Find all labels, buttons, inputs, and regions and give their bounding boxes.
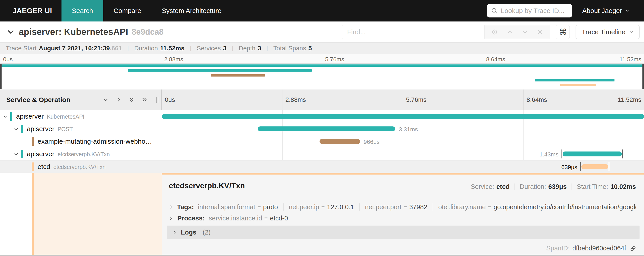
span-row[interactable]: apiserveretcdserverpb.KV/Txn1.43ms — [0, 148, 644, 160]
keyboard-shortcuts-button[interactable]: ⌘ — [556, 25, 570, 39]
summary-value: 3 — [258, 45, 261, 52]
span-end-tick — [609, 162, 609, 171]
chevron-down-icon[interactable] — [3, 114, 8, 119]
process-label: Process: — [177, 215, 205, 222]
span-duration-bar[interactable] — [258, 126, 395, 131]
next-result-chevron-down-icon[interactable] — [522, 29, 528, 35]
clear-find-x-icon[interactable] — [537, 29, 543, 35]
minimap-scrubber-left-handle[interactable] — [0, 64, 2, 89]
span-duration-bar[interactable] — [582, 164, 608, 169]
minimap-canvas[interactable] — [0, 64, 644, 89]
process-accordion[interactable]: Process: service.instance.id=etcd-0 — [168, 213, 636, 223]
summary-label: Duration — [134, 45, 158, 52]
about-jaeger-menu[interactable]: About Jaeger — [582, 0, 630, 22]
span-duration-bar[interactable] — [162, 114, 644, 119]
trace-view-selector[interactable]: Trace Timeline — [576, 25, 640, 39]
span-duration-bar[interactable] — [562, 151, 622, 156]
detail-meta-label: Start Time: — [577, 183, 608, 190]
tag-kv: net.peer.port=37982 — [365, 203, 427, 211]
axis-tick-label: 11.52ms — [620, 56, 641, 63]
chevron-right-icon — [172, 229, 177, 235]
tags-accordion[interactable]: Tags: internal.span.format=protonet.peer… — [168, 202, 636, 212]
axis-tick-line — [403, 90, 403, 110]
detail-meta-label: Service: — [471, 183, 494, 190]
span-duration-label: 639μs — [561, 164, 577, 171]
search-icon — [491, 8, 498, 14]
span-service-name: apiserveretcdserverpb.KV/Txn — [27, 150, 110, 158]
span-id-value: dfbebd960ced064f — [572, 244, 626, 252]
summary-label: Total Spans — [274, 45, 306, 52]
app-brand[interactable]: JAEGER UI — [0, 0, 62, 22]
chevron-down-icon[interactable] — [14, 126, 19, 132]
locate-icon[interactable] — [491, 29, 498, 35]
axis-tick-label: 2.88ms — [164, 56, 183, 63]
tag-kv: net.peer.ip=127.0.0.1 — [289, 203, 354, 211]
find-input[interactable] — [342, 25, 484, 39]
axis-tick-label: 0μs — [3, 56, 12, 63]
span-id-label: SpanID: — [546, 244, 570, 252]
summary-label: Trace Start — [6, 45, 36, 52]
minimap-gridline — [161, 64, 161, 89]
collapse-one-chevron-down-icon[interactable] — [102, 96, 109, 103]
span-end-tick — [622, 149, 623, 158]
summary-label: Depth — [239, 45, 256, 52]
column-resize-grip[interactable] — [156, 97, 158, 103]
nav-tab-search[interactable]: Search — [62, 0, 103, 22]
span-operation-name: etcdserverpb.KV/Txn — [58, 151, 110, 157]
span-duration-label: 3.31ms — [399, 126, 418, 133]
minimap-gridline — [483, 64, 483, 89]
span-color-bar — [21, 150, 23, 158]
timeline-header: Service & Operation 0μs2.88ms5.76ms8.64m… — [0, 90, 644, 110]
trace-lookup-input[interactable]: Lookup by Trace ID... — [487, 4, 572, 18]
span-row[interactable]: example-mutating-admission-webhook...966… — [0, 135, 644, 148]
nav-tab-system-architecture[interactable]: System Architecture — [152, 0, 232, 22]
span-duration-label: 1.43ms — [539, 151, 558, 158]
axis-tick-line — [524, 90, 524, 110]
minimap-span-bar — [535, 79, 614, 82]
logs-accordion[interactable]: Logs (2) — [167, 225, 640, 239]
logs-count: (2) — [202, 229, 210, 236]
separator — [283, 203, 284, 210]
axis-tick-label: 0μs — [165, 96, 175, 103]
collapse-trace-chevron-icon[interactable] — [7, 28, 15, 36]
trace-lookup-placeholder: Lookup by Trace ID... — [501, 7, 564, 15]
nav-tab-compare[interactable]: Compare — [103, 0, 152, 22]
separator — [572, 183, 572, 190]
tree-guide-line — [23, 173, 23, 255]
separator: | — [232, 45, 234, 52]
span-color-bar — [10, 112, 12, 121]
minimap-axis: 0μs2.88ms5.76ms8.64ms11.52ms — [0, 54, 644, 64]
divider — [168, 200, 636, 200]
span-duration-bar[interactable] — [320, 139, 360, 144]
detail-left-column — [0, 173, 162, 255]
link-icon[interactable] — [630, 245, 636, 252]
trace-view-selector-label: Trace Timeline — [582, 28, 626, 36]
span-row[interactable]: apiserverKubernetesAPI — [0, 110, 644, 123]
tags-label: Tags: — [177, 203, 194, 211]
span-row[interactable]: etcdetcdserverpb.KV/Txn639μs — [0, 160, 644, 173]
span-service-name: etcdetcdserverpb.KV/Txn — [38, 163, 106, 170]
chevron-right-icon — [168, 216, 174, 221]
span-detail-title: etcdserverpb.KV/Txn — [169, 181, 245, 190]
span-service-name: apiserverPOST — [27, 125, 73, 133]
axis-tick-label: 5.76ms — [406, 96, 427, 103]
span-row[interactable]: apiserverPOST3.31ms — [0, 123, 644, 135]
minimap-scrubber-right-handle[interactable] — [642, 64, 644, 89]
expand-all-double-chevron-right-icon[interactable] — [141, 96, 148, 103]
minimap-span-bar — [0, 65, 644, 67]
span-color-bar — [32, 137, 34, 146]
detail-meta-value: 10.02ms — [610, 183, 636, 190]
collapse-all-double-chevron-down-icon[interactable] — [128, 96, 135, 103]
span-start-tick — [580, 162, 581, 171]
span-color-bar — [32, 162, 34, 171]
nav-spacer — [232, 0, 487, 22]
axis-tick-label: 8.64ms — [486, 56, 505, 63]
expand-one-chevron-right-icon[interactable] — [116, 96, 122, 103]
separator — [359, 203, 360, 210]
chevron-down-icon[interactable] — [14, 151, 19, 157]
trace-title: apiserver: KubernetesAPI — [19, 27, 128, 37]
axis-tick-label: 5.76ms — [325, 56, 344, 63]
axis-tick-line — [282, 90, 282, 110]
about-jaeger-label: About Jaeger — [582, 0, 622, 22]
prev-result-chevron-up-icon[interactable] — [506, 29, 513, 35]
